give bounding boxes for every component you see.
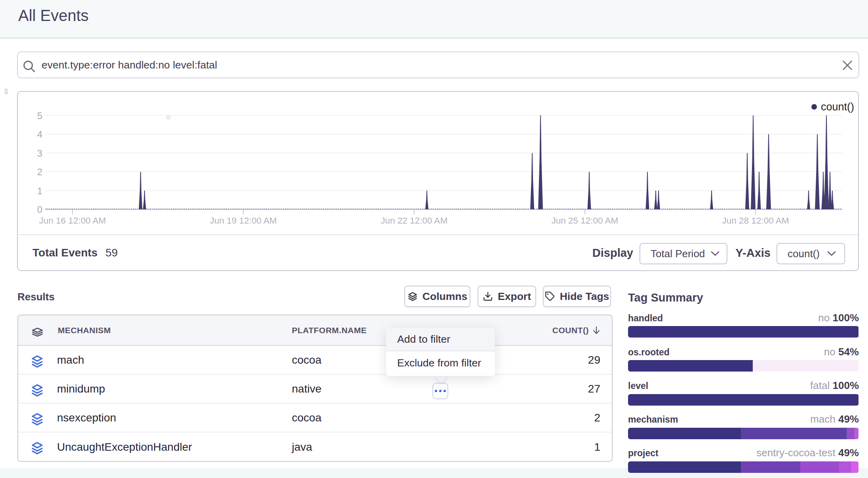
svg-text:1: 1 <box>37 186 42 196</box>
svg-text:4: 4 <box>37 129 42 140</box>
svg-text:Jun 19 12:00 AM: Jun 19 12:00 AM <box>210 216 277 226</box>
svg-text:2: 2 <box>37 167 42 177</box>
svg-text:Jun 16 12:00 AM: Jun 16 12:00 AM <box>39 216 106 226</box>
svg-text:Jun 22 12:00 AM: Jun 22 12:00 AM <box>381 216 447 226</box>
svg-text:5: 5 <box>37 110 42 121</box>
svg-text:3: 3 <box>37 148 42 159</box>
svg-text:Jun 28 12:00 AM: Jun 28 12:00 AM <box>722 216 789 226</box>
svg-text:count(): count() <box>821 101 854 113</box>
svg-text:0: 0 <box>37 204 42 215</box>
svg-text:Jun 25 12:00 AM: Jun 25 12:00 AM <box>551 216 618 226</box>
